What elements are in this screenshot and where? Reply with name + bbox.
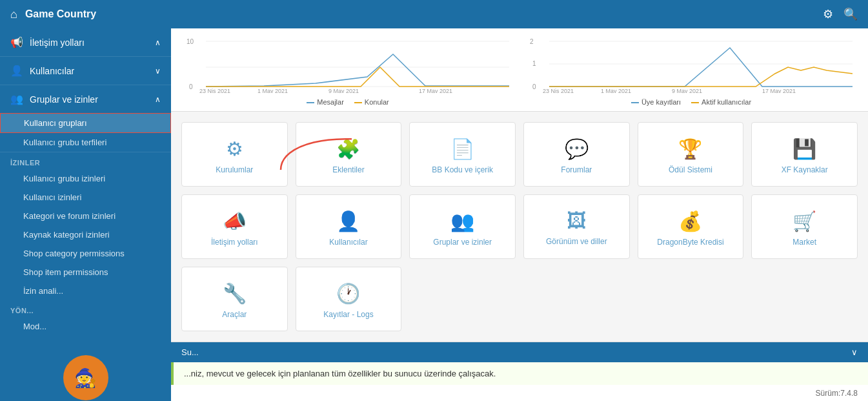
right-chart-legend: Üye kayıtları Aktif kullanıcılar xyxy=(525,98,858,106)
grid-item-forumlar[interactable]: 💬 Forumlar xyxy=(523,122,630,187)
grid-item-araclar[interactable]: 🔧 Araçlar xyxy=(181,267,288,331)
sidebar-yon-section: Yön... Mod... xyxy=(0,300,171,336)
gruplar-chevron: ∧ xyxy=(155,95,161,104)
bottom-header[interactable]: Su... ∨ xyxy=(171,342,868,362)
iletisim-icon: 📢 xyxy=(10,36,23,48)
sidebar-sub-kullanici-gruplari[interactable]: Kullanıcı grupları xyxy=(0,113,171,133)
xf-kaynaklar-icon: 💾 xyxy=(792,138,816,160)
grid-empty-3 xyxy=(638,267,744,331)
sidebar-item-gruplar-label: Gruplar ve izinler xyxy=(30,94,98,105)
kullanicilar-chevron: ∨ xyxy=(155,67,161,76)
bottom-header-label: Su... xyxy=(181,347,199,357)
sidebar-yon-label: Yön... xyxy=(0,300,171,317)
sidebar-section-iletisim: 📢 İletişim yolları ∧ xyxy=(0,28,171,57)
home-icon[interactable]: ⌂ xyxy=(10,8,17,21)
version-row: Sürüm: 7.4.8 xyxy=(171,385,868,401)
sidebar-sub-kullanici-izinleri[interactable]: Kullanıcı izinleri xyxy=(0,188,171,207)
sidebar-sub-kullanici-grubu-izinleri[interactable]: Kullanıcı grubu izinleri xyxy=(0,169,171,188)
iletisim-yollari-label: İletişim yolları xyxy=(211,238,258,247)
left-chart: 10 0 23 Nis 2021 1 May 2021 9 May 2021 1… xyxy=(181,35,514,106)
grid-area: ⚙ Kurulumlar 🧩 Eklentiler 📄 BB Kodu ve i… xyxy=(171,112,868,342)
bottom-content-text: ...niz, mevcut ve gelecek için planlanan… xyxy=(184,369,496,378)
sidebar-item-gruplar[interactable]: 👥 Gruplar ve izinler ∧ xyxy=(0,85,171,113)
bbkodu-label: BB Kodu ve içerik xyxy=(432,165,493,174)
grid-item-market[interactable]: 🛒 Market xyxy=(751,194,858,259)
grid-item-gorunum-diller[interactable]: 🖼 Görünüm ve diller xyxy=(523,194,630,259)
grid-item-kullanicilar[interactable]: 👤 Kullanıcılar xyxy=(296,194,402,259)
bbkodu-icon: 📄 xyxy=(450,138,474,160)
grid-item-bbkodu[interactable]: 📄 BB Kodu ve içerik xyxy=(409,122,516,187)
kullanicilar2-label: Kullanıcılar xyxy=(329,238,367,247)
kayitlar-label: Kayıtlar - Logs xyxy=(323,310,373,319)
legend-uye-kayitlari: Üye kayıtları xyxy=(631,98,681,106)
left-chart-svg: 10 0 23 Nis 2021 1 May 2021 9 May 2021 1… xyxy=(181,35,514,93)
kayitlar-icon: 🕐 xyxy=(336,282,360,305)
eklentiler-icon: 🧩 xyxy=(336,138,360,160)
odul-sistemi-label: Ödül Sistemi xyxy=(669,165,712,174)
grid-empty-1 xyxy=(409,267,516,331)
araclar-icon: 🔧 xyxy=(223,282,247,305)
kullanicilar-icon: 👤 xyxy=(10,65,23,77)
forumlar-icon: 💬 xyxy=(565,138,589,160)
sidebar-item-iletisim-label: İletişim yolları xyxy=(30,37,85,48)
main-layout: 📢 İletişim yolları ∧ 👤 Kullanıcılar ∨ 👥 … xyxy=(0,28,868,401)
search-icon[interactable]: 🔍 xyxy=(843,7,858,21)
sidebar-sub-izin-anali[interactable]: İzin anali... xyxy=(0,282,171,300)
legend-konular: Konular xyxy=(354,98,389,106)
sidebar-izinler-label: İzinler xyxy=(0,152,171,169)
market-label: Market xyxy=(792,238,816,247)
sidebar-sub-kullanici-grubu-terfileri[interactable]: Kullanıcı grubu terfileri xyxy=(0,133,171,152)
sidebar-item-iletisim[interactable]: 📢 İletişim yolları ∧ xyxy=(0,28,171,56)
sidebar-item-kullanicilar[interactable]: 👤 Kullanıcılar ∨ xyxy=(0,57,171,85)
grid-item-kayitlar[interactable]: 🕐 Kayıtlar - Logs xyxy=(296,267,402,331)
sidebar: 📢 İletişim yolları ∧ 👤 Kullanıcılar ∨ 👥 … xyxy=(0,28,171,401)
version-value: 7.4.8 xyxy=(840,389,858,398)
kurulumlar-label: Kurulumlar xyxy=(216,165,253,174)
gruplar-icon: 👥 xyxy=(10,93,23,105)
settings-icon[interactable]: ⚙ xyxy=(823,7,833,21)
svg-text:1 May 2021: 1 May 2021 xyxy=(257,88,288,93)
grid-empty-4 xyxy=(751,267,858,331)
svg-text:17 May 2021: 17 May 2021 xyxy=(419,88,452,93)
sidebar-section-gruplar: 👥 Gruplar ve izinler ∧ Kullanıcı gruplar… xyxy=(0,85,171,152)
grid-item-eklentiler[interactable]: 🧩 Eklentiler xyxy=(296,122,402,187)
watermark-area: 🧙 Türkiye'nin En Büyük MMO Forumu xyxy=(0,349,171,401)
kurulumlar-icon: ⚙ xyxy=(226,138,243,160)
eklentiler-label: Eklentiler xyxy=(332,165,364,174)
grid-item-xf-kaynaklar[interactable]: 💾 XF Kaynaklar xyxy=(751,122,858,187)
sidebar-izinler-section: İzinler Kullanıcı grubu izinleri Kullanı… xyxy=(0,152,171,300)
sidebar-sub-kaynak-kategori-izinleri[interactable]: Kaynak kategori izinleri xyxy=(0,225,171,244)
svg-text:0: 0 xyxy=(189,83,193,90)
grid-item-odul-sistemi[interactable]: 🏆 Ödül Sistemi xyxy=(638,122,744,187)
gorunum-diller-icon: 🖼 xyxy=(567,210,586,232)
svg-text:2: 2 xyxy=(530,38,534,45)
sidebar-sub-mod[interactable]: Mod... xyxy=(0,317,171,336)
araclar-label: Araçlar xyxy=(222,310,247,319)
sidebar-sub-shop-category-permissions[interactable]: Shop category permissions xyxy=(0,244,171,263)
grid-empty-2 xyxy=(523,267,630,331)
xf-kaynaklar-label: XF Kaynaklar xyxy=(782,165,828,174)
svg-text:10: 10 xyxy=(187,38,194,45)
grid-item-kurulumlar[interactable]: ⚙ Kurulumlar xyxy=(181,122,288,187)
topbar-actions: ⚙ 🔍 xyxy=(823,7,858,21)
mascot-icon: 🧙 xyxy=(63,355,108,400)
svg-text:23 Nis 2021: 23 Nis 2021 xyxy=(543,88,574,93)
grid-item-gruplar-izinler[interactable]: 👥 Gruplar ve izinler xyxy=(409,194,516,259)
sidebar-sub-shop-item-permissions[interactable]: Shop item permissions xyxy=(0,263,171,282)
chart-area: 10 0 23 Nis 2021 1 May 2021 9 May 2021 1… xyxy=(171,28,868,112)
sidebar-section-kullanicilar: 👤 Kullanıcılar ∨ xyxy=(0,57,171,85)
iletisim-chevron: ∧ xyxy=(155,38,161,47)
svg-text:9 May 2021: 9 May 2021 xyxy=(328,88,359,93)
svg-text:1: 1 xyxy=(532,60,536,67)
svg-text:1 May 2021: 1 May 2021 xyxy=(601,88,631,93)
dragonbyte-icon: 💰 xyxy=(678,210,702,232)
right-chart-svg: 2 1 0 23 Nis 2021 1 May 2021 9 May 2021 … xyxy=(525,35,858,93)
grid-item-dragonbyte[interactable]: 💰 DragonByte Kredisi xyxy=(638,194,744,259)
legend-aktif-kullanicilar: Aktif kullanıcılar xyxy=(691,98,751,106)
sidebar-sub-kategori-forum-izinleri[interactable]: Kategori ve forum izinleri xyxy=(0,207,171,225)
content-area: 10 0 23 Nis 2021 1 May 2021 9 May 2021 1… xyxy=(171,28,868,401)
legend-mesajlar: Mesajlar xyxy=(307,98,344,106)
bottom-content: ...niz, mevcut ve gelecek için planlanan… xyxy=(171,362,868,385)
svg-text:9 May 2021: 9 May 2021 xyxy=(672,88,702,93)
grid-item-iletisim-yollari[interactable]: 📣 İletişim yolları xyxy=(181,194,288,259)
